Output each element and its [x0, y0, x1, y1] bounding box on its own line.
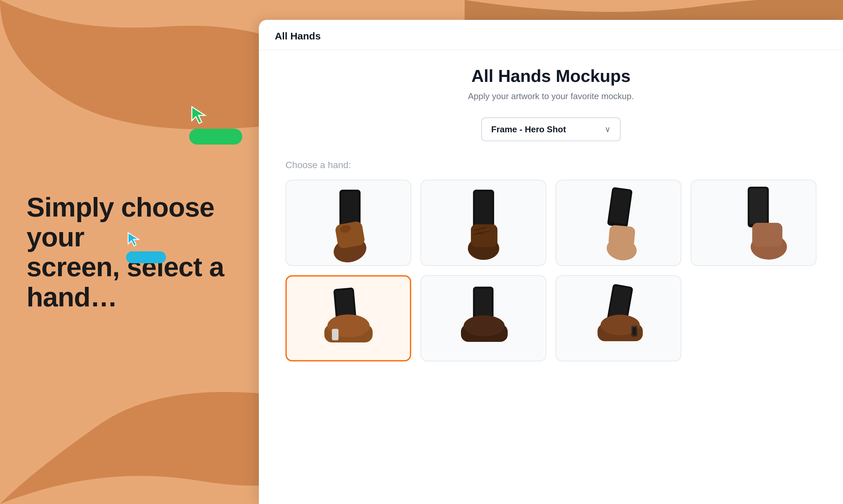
- dropdown-label: Frame - Hero Shot: [491, 124, 566, 134]
- hand-card-7[interactable]: [555, 275, 682, 361]
- hero-line1: Simply choose your: [27, 192, 214, 252]
- frame-dropdown[interactable]: Frame - Hero Shot ∨: [481, 118, 621, 141]
- svg-rect-36: [632, 327, 636, 335]
- mockup-subtitle: Apply your artwork to your favorite mock…: [286, 91, 816, 102]
- blue-cursor-icon: [126, 232, 142, 247]
- green-cursor-icon: [189, 106, 209, 124]
- hand-card-1[interactable]: [286, 180, 411, 266]
- svg-marker-1: [192, 107, 205, 123]
- hand-illustration-7: [585, 278, 652, 358]
- hand-card-5[interactable]: [286, 275, 411, 361]
- panel-header-title: All Hands: [275, 31, 321, 41]
- svg-rect-21: [752, 223, 782, 247]
- hero-line2: screen, select a hand…: [27, 252, 224, 312]
- top-decoration-group: [189, 106, 242, 145]
- svg-rect-26: [332, 329, 339, 341]
- blue-pill: [126, 251, 166, 263]
- green-pill: [189, 129, 242, 145]
- hand-illustration-1: [315, 183, 382, 263]
- hand-illustration-5: [315, 278, 382, 358]
- panel-header: All Hands: [259, 20, 843, 50]
- hand-card-4[interactable]: [691, 180, 816, 266]
- svg-rect-6: [334, 220, 365, 249]
- svg-point-30: [464, 315, 505, 337]
- hand-illustration-6: [450, 278, 517, 358]
- hand-illustration-3: [585, 183, 652, 263]
- panel-body: All Hands Mockups Apply your artwork to …: [259, 50, 843, 377]
- bottom-decoration-group: [126, 232, 166, 263]
- svg-rect-19: [750, 188, 767, 224]
- hand-card-2[interactable]: [420, 180, 546, 266]
- choose-label: Choose a hand:: [286, 160, 816, 170]
- svg-rect-9: [475, 191, 492, 225]
- hand-card-3[interactable]: [555, 180, 682, 266]
- hand-card-6[interactable]: [420, 275, 546, 361]
- hand-illustration-4: [721, 183, 787, 263]
- svg-rect-4: [341, 191, 359, 225]
- hand-illustration-2: [450, 183, 517, 263]
- chevron-down-icon: ∨: [605, 125, 611, 134]
- right-panel: All Hands All Hands Mockups Apply your a…: [259, 20, 843, 504]
- hands-grid: [286, 180, 816, 361]
- mockup-title: All Hands Mockups: [286, 66, 816, 86]
- dropdown-wrapper: Frame - Hero Shot ∨: [286, 118, 816, 141]
- svg-rect-17: [608, 225, 636, 248]
- svg-marker-2: [128, 233, 139, 246]
